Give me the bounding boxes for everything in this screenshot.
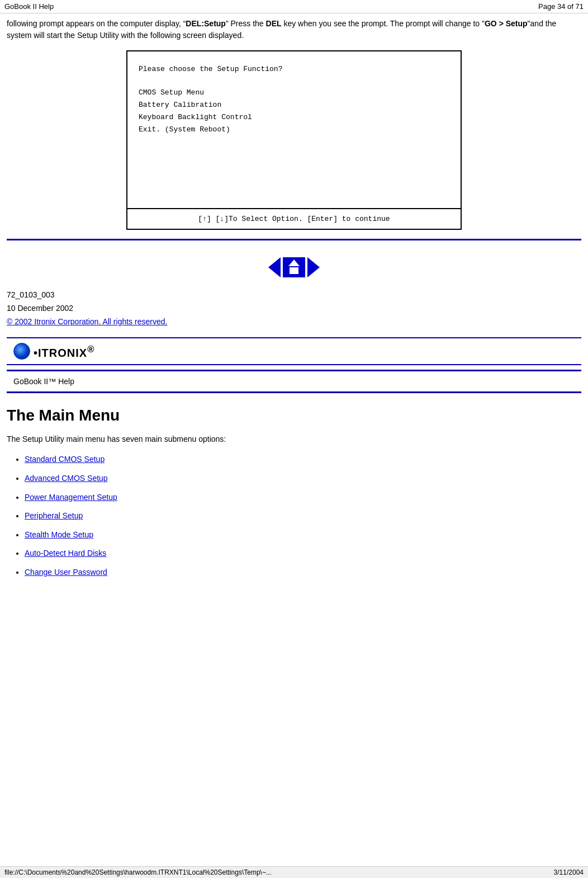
bios-menu-item-4: Exit. (System Reboot) xyxy=(139,124,449,136)
intro-text-part1: following prompt appears on the computer… xyxy=(7,19,186,28)
top-bar: GoBook II Help Page 34 of 71 xyxy=(0,0,588,13)
list-item: Power Management Setup xyxy=(25,492,581,503)
del-setup-bold: DEL:Setup xyxy=(186,19,226,28)
list-item: Peripheral Setup xyxy=(25,511,581,522)
copyright-line: © 2002 Itronix Corporation. All rights r… xyxy=(7,315,581,329)
stealth-mode-link[interactable]: Stealth Mode Setup xyxy=(25,530,93,539)
bios-menu-item-2: Battery Calibration xyxy=(139,99,449,111)
list-item: Change User Password xyxy=(25,567,581,578)
itronix-globe-icon xyxy=(13,343,30,360)
footer-info: 72_0103_003 10 December 2002 © 2002 Itro… xyxy=(7,289,581,328)
advanced-cmos-link[interactable]: Advanced CMOS Setup xyxy=(25,474,108,483)
main-menu-heading: The Main Menu xyxy=(7,407,581,424)
app-title: GoBook II Help xyxy=(4,2,54,11)
intro-paragraph: following prompt appears on the computer… xyxy=(7,18,581,41)
list-item: Auto-Detect Hard Disks xyxy=(25,548,581,559)
content-area: following prompt appears on the computer… xyxy=(0,13,588,402)
go-setup-bold: GO > Setup xyxy=(485,19,528,28)
bios-menu-item-3: Keyboard Backlight Control xyxy=(139,111,449,124)
list-item: Stealth Mode Setup xyxy=(25,530,581,541)
bios-footer: [↑] [↓]To Select Option. [Enter] to cont… xyxy=(127,208,461,229)
bottom-status-bar: file://C:\Documents%20and%20Settings\har… xyxy=(0,866,588,878)
logo-section: •ITRONIX® xyxy=(7,337,581,365)
bios-menu-item-1: CMOS Setup Menu xyxy=(139,87,449,99)
blue-divider-bottom xyxy=(7,391,581,393)
file-path: file://C:\Documents%20and%20Settings\har… xyxy=(4,868,272,876)
brand-name: •ITRONIX xyxy=(34,346,87,358)
copyright-link[interactable]: © 2002 Itronix Corporation. All rights r… xyxy=(7,317,167,326)
bios-menu-items: CMOS Setup Menu Battery Calibration Keyb… xyxy=(139,87,449,136)
status-date: 3/11/2004 xyxy=(554,868,584,876)
blue-divider-logo xyxy=(7,370,581,371)
blue-divider-top xyxy=(7,239,581,240)
auto-detect-link[interactable]: Auto-Detect Hard Disks xyxy=(25,549,106,558)
bios-screen: Please choose the Setup Function? CMOS S… xyxy=(126,50,462,230)
del-bold: DEL xyxy=(266,19,282,28)
list-item: Advanced CMOS Setup xyxy=(25,473,581,484)
power-management-link[interactable]: Power Management Setup xyxy=(25,493,117,502)
main-menu-section: The Main Menu The Setup Utility main men… xyxy=(0,402,588,590)
registered-mark: ® xyxy=(87,344,94,355)
prev-arrow-icon[interactable] xyxy=(268,257,281,277)
page-info: Page 34 of 71 xyxy=(538,2,584,11)
peripheral-setup-link[interactable]: Peripheral Setup xyxy=(25,511,83,520)
change-password-link[interactable]: Change User Password xyxy=(25,568,107,577)
main-menu-list: Standard CMOS Setup Advanced CMOS Setup … xyxy=(7,454,581,578)
doc-id: 72_0103_003 xyxy=(7,289,581,302)
itronix-logo-text: •ITRONIX® xyxy=(34,344,94,360)
doc-date: 10 December 2002 xyxy=(7,302,581,315)
bios-footer-text: [↑] [↓]To Select Option. [Enter] to cont… xyxy=(198,215,390,223)
list-item: Standard CMOS Setup xyxy=(25,454,581,465)
next-arrow-icon[interactable] xyxy=(307,257,320,277)
home-arrow-icon[interactable] xyxy=(283,257,305,277)
standard-cmos-link[interactable]: Standard CMOS Setup xyxy=(25,455,105,464)
gobook-title: GoBook II™ Help xyxy=(13,377,74,386)
gobook-title-bar: GoBook II™ Help xyxy=(7,374,581,389)
bios-prompt: Please choose the Setup Function? xyxy=(139,65,449,73)
intro-text-part2: ” Press the xyxy=(226,19,266,28)
nav-arrows-container xyxy=(7,257,581,277)
intro-text-part3: key when you see the prompt. The prompt … xyxy=(282,19,485,28)
main-menu-intro: The Setup Utility main menu has seven ma… xyxy=(7,433,581,445)
bios-main-area: Please choose the Setup Function? CMOS S… xyxy=(127,51,461,208)
